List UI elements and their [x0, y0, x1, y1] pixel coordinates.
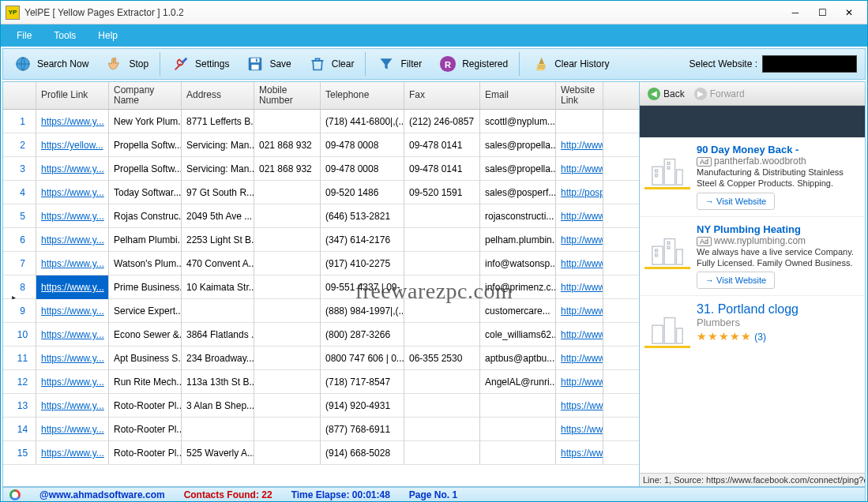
- table-row[interactable]: 14https://www.y...Roto-Rooter Pl...(877)…: [3, 418, 639, 441]
- maximize-button[interactable]: ☐: [809, 4, 836, 21]
- filter-button[interactable]: Filter: [370, 51, 429, 77]
- cell-fax[interactable]: [404, 204, 480, 228]
- table-row[interactable]: 8https://www.y...Prime Business...10 Kai…: [3, 275, 639, 299]
- cell-fax[interactable]: [404, 441, 480, 465]
- header-telephone[interactable]: Telephone: [321, 82, 404, 109]
- cell-company[interactable]: Apt Business S...: [109, 347, 182, 370]
- cell-profile[interactable]: https://www.y...: [36, 275, 109, 299]
- cell-address[interactable]: 97 Gt South R...: [182, 181, 254, 204]
- cell-email[interactable]: AngelAL@runri...: [480, 370, 556, 394]
- cell-address[interactable]: 525 Waverly A...: [182, 441, 254, 465]
- table-row[interactable]: 10https://www.y...Econo Sewer &...3864 F…: [3, 323, 639, 347]
- cell-mobile[interactable]: [254, 252, 321, 275]
- cell-address[interactable]: 2253 Light St B...: [182, 228, 254, 252]
- cell-mobile[interactable]: [254, 394, 321, 418]
- cell-telephone[interactable]: (347) 614-2176: [321, 228, 404, 252]
- cell-profile[interactable]: https://www.y...: [36, 228, 109, 252]
- ad-title[interactable]: NY Plumbing Heating: [697, 223, 860, 235]
- ad-listing[interactable]: 90 Day Money Back - Adpantherfab.woodbro…: [640, 137, 865, 217]
- cell-mobile[interactable]: [254, 347, 321, 370]
- cell-telephone[interactable]: 09-478 0008: [321, 133, 404, 157]
- cell-telephone[interactable]: (917) 410-2275: [321, 252, 404, 275]
- ad-title[interactable]: 90 Day Money Back -: [697, 144, 860, 155]
- cell-website[interactable]: [556, 110, 603, 133]
- cell-profile[interactable]: https://www.y...: [36, 110, 109, 133]
- cell-email[interactable]: scottl@nyplum...: [480, 110, 556, 133]
- cell-profile[interactable]: https://www.y...: [36, 204, 109, 228]
- cell-fax[interactable]: 09-478 0141: [404, 133, 480, 157]
- stop-button[interactable]: Stop: [98, 51, 156, 77]
- search-now-button[interactable]: Search Now: [6, 51, 96, 77]
- cell-address[interactable]: 234 Broadway...: [182, 347, 254, 370]
- visit-website-button[interactable]: Visit Website: [697, 193, 775, 210]
- cell-mobile[interactable]: [254, 228, 321, 252]
- ad-listing[interactable]: NY Plumbing Heating Adwww.nyplumbing.com…: [640, 217, 865, 297]
- cell-email[interactable]: aptbus@aptbu...: [480, 347, 556, 370]
- table-row[interactable]: 13https://www.y...Roto-Rooter Pl...3 Ala…: [3, 394, 639, 418]
- cell-profile[interactable]: https://www.y...: [36, 441, 109, 465]
- status-domain[interactable]: @www.ahmadsoftware.com: [39, 489, 165, 500]
- cell-telephone[interactable]: 0800 747 606 | 0...: [321, 347, 404, 370]
- cell-profile[interactable]: https://www.y...: [36, 252, 109, 275]
- cell-profile[interactable]: https://www.y...: [36, 394, 109, 418]
- cell-telephone[interactable]: (888) 984-1997|,(...: [321, 299, 404, 323]
- header-address[interactable]: Address: [182, 82, 254, 109]
- cell-fax[interactable]: [404, 275, 480, 299]
- table-row[interactable]: 12https://www.y...Run Rite Mech...113a 1…: [3, 370, 639, 394]
- table-row[interactable]: 5https://www.y...Rojas Construc...2049 5…: [3, 204, 639, 228]
- cell-company[interactable]: Econo Sewer &...: [109, 323, 182, 347]
- cell-fax[interactable]: 09-478 0141: [404, 157, 480, 181]
- cell-email[interactable]: sales@propella...: [480, 157, 556, 181]
- cell-website[interactable]: https://ww: [556, 418, 603, 441]
- cell-website[interactable]: http://www: [556, 228, 603, 252]
- cell-website[interactable]: https://ww: [556, 394, 603, 418]
- cell-company[interactable]: Roto-Rooter Pl...: [109, 418, 182, 441]
- select-website-combo[interactable]: [762, 55, 857, 73]
- cell-company[interactable]: Pelham Plumbi...: [109, 228, 182, 252]
- clear-history-button[interactable]: Clear History: [524, 51, 616, 77]
- cell-address[interactable]: 8771 Lefferts B...: [182, 110, 254, 133]
- cell-email[interactable]: sales@posperf...: [480, 181, 556, 204]
- cell-mobile[interactable]: [254, 110, 321, 133]
- cell-telephone[interactable]: (800) 287-3266: [321, 323, 404, 347]
- cell-email[interactable]: [480, 394, 556, 418]
- result-title[interactable]: 31. Portland clogg: [697, 302, 860, 317]
- cell-profile[interactable]: https://www.y...: [36, 370, 109, 394]
- cell-address[interactable]: Servicing: Man...: [182, 133, 254, 157]
- cell-mobile[interactable]: [254, 441, 321, 465]
- cell-email[interactable]: info@primenz.c...: [480, 275, 556, 299]
- cell-mobile[interactable]: [254, 370, 321, 394]
- cell-address[interactable]: 3864 Flatlands ...: [182, 323, 254, 347]
- cell-profile[interactable]: https://yellow...: [36, 133, 109, 157]
- cell-mobile[interactable]: 021 868 932: [254, 133, 321, 157]
- settings-button[interactable]: Settings: [164, 51, 236, 77]
- cell-fax[interactable]: [404, 323, 480, 347]
- cell-fax[interactable]: [404, 370, 480, 394]
- cell-website[interactable]: https://ww: [556, 441, 603, 465]
- cell-telephone[interactable]: (718) 717-8547: [321, 370, 404, 394]
- review-count[interactable]: (3): [754, 332, 766, 343]
- table-row[interactable]: 2https://yellow...Propella Softw...Servi…: [3, 133, 639, 157]
- cell-mobile[interactable]: [254, 204, 321, 228]
- header-email[interactable]: Email: [480, 82, 556, 109]
- cell-profile[interactable]: https://www.y...: [36, 418, 109, 441]
- cell-mobile[interactable]: [254, 299, 321, 323]
- cell-company[interactable]: Prime Business...: [109, 275, 182, 299]
- cell-address[interactable]: 2049 5th Ave ...: [182, 204, 254, 228]
- grid-body[interactable]: 1https://www.y...New York Plum...8771 Le…: [3, 110, 639, 486]
- clear-button[interactable]: Clear: [301, 51, 362, 77]
- table-row[interactable]: 9https://www.y...Service Expert...(888) …: [3, 299, 639, 323]
- cell-fax[interactable]: [404, 299, 480, 323]
- cell-company[interactable]: Watson's Plum...: [109, 252, 182, 275]
- cell-website[interactable]: http://www: [556, 133, 603, 157]
- forward-button[interactable]: ▶ Forward: [691, 86, 748, 102]
- cell-email[interactable]: cole_williams62...: [480, 323, 556, 347]
- cell-address[interactable]: 113a 13th St B...: [182, 370, 254, 394]
- table-row[interactable]: 4https://www.y...Today Softwar...97 Gt S…: [3, 181, 639, 204]
- cell-address[interactable]: 10 Kaimata Str...: [182, 275, 254, 299]
- cell-address[interactable]: 3 Alan B Shep...: [182, 394, 254, 418]
- cell-fax[interactable]: [404, 228, 480, 252]
- cell-email[interactable]: rojasconstructi...: [480, 204, 556, 228]
- cell-telephone[interactable]: (914) 920-4931: [321, 394, 404, 418]
- cell-profile[interactable]: https://www.y...: [36, 157, 109, 181]
